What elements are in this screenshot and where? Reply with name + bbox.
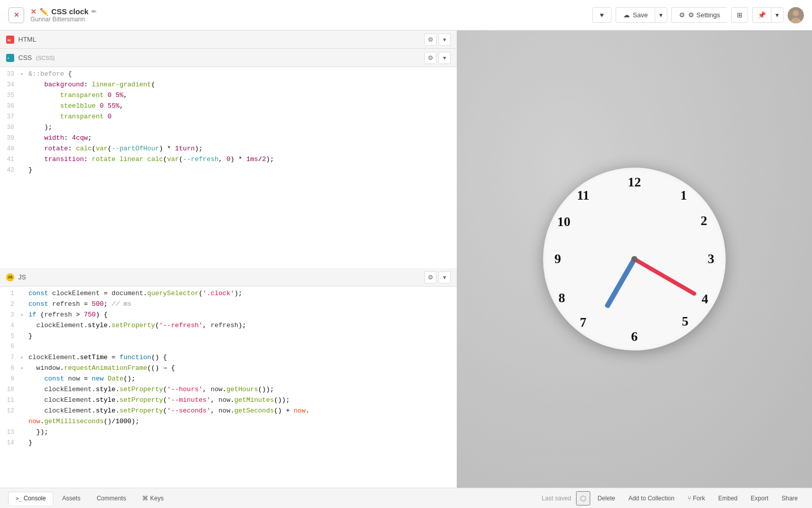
html-panel-header: H HTML ⚙ ▾ <box>0 30 457 49</box>
clock-number-2: 2 <box>696 213 712 229</box>
header: ✕ ✕ ✏️ CSS clock ✏ Gunnar Bittersmann ♥ … <box>0 0 812 30</box>
save-dropdown-button[interactable]: ▾ <box>655 7 667 23</box>
css-line-40: 40 rotate: calc(var(--partOfHour) * 1tur… <box>0 144 457 154</box>
js-line-5: 5 } <box>0 331 457 342</box>
pin-button[interactable]: 📌 <box>752 7 771 23</box>
css-panel-title: CSS <box>18 54 32 61</box>
footer: >_ Console Assets Comments ⌘ Keys Last s… <box>0 488 812 508</box>
clock-number-11: 11 <box>576 188 591 203</box>
footer-tab-assets[interactable]: Assets <box>54 492 88 505</box>
app-logo: ✕ <box>8 7 24 23</box>
js-line-8: 8 ▾ window.requestAnimationFrame(() ⇒ { <box>0 363 457 374</box>
clock-container: 12 1 2 3 4 5 6 7 8 9 10 <box>538 163 731 356</box>
js-icon: JS <box>6 273 14 281</box>
cmd-icon: ⌘ <box>142 495 148 502</box>
heart-button[interactable]: ♥ <box>592 7 612 23</box>
split-view-button[interactable]: ⊞ <box>731 7 748 23</box>
close-icon[interactable]: ✕ <box>30 8 37 16</box>
pin-icon: 📌 <box>758 11 766 19</box>
clock-number-4: 4 <box>697 292 713 307</box>
settings-label: ⚙ Settings <box>688 11 720 19</box>
clock-number-3: 3 <box>703 251 719 267</box>
css-panel: * CSS (SCSS) ⚙ ▾ 33 ▾ &::before { 34 <box>0 49 457 268</box>
fork-button[interactable]: ⑂ Fork <box>682 492 711 504</box>
settings-button-group: ⚙ ⚙ Settings <box>671 7 727 23</box>
svg-point-1 <box>793 10 799 16</box>
js-line-10: 10 clockElement.style.setProperty('--hou… <box>0 385 457 395</box>
css-line-35: 35 transparent 0 5%, <box>0 90 457 101</box>
delete-button[interactable]: Delete <box>591 492 621 504</box>
add-to-collection-button[interactable]: Add to Collection <box>622 492 681 504</box>
html-panel: H HTML ⚙ ▾ <box>0 30 457 49</box>
js-line-1: 1 const clockElement = document.querySel… <box>0 289 457 299</box>
console-icon: >_ <box>16 496 22 501</box>
footer-tab-keys[interactable]: ⌘ Keys <box>134 492 171 505</box>
html-panel-title: HTML <box>18 36 36 43</box>
css-panel-header: * CSS (SCSS) ⚙ ▾ <box>0 49 457 67</box>
last-saved-status: Last saved <box>542 495 571 502</box>
footer-actions: Last saved ⬡ Delete Add to Collection ⑂ … <box>542 491 804 505</box>
share-button[interactable]: Share <box>775 492 804 504</box>
clock-number-9: 9 <box>550 251 565 267</box>
css-line-33: 33 ▾ &::before { <box>0 69 457 80</box>
clock-hour-hand <box>604 258 637 309</box>
save-button[interactable]: ☁ Save <box>616 7 655 23</box>
footer-tab-comments[interactable]: Comments <box>89 492 133 505</box>
embed-button[interactable]: Embed <box>712 492 743 504</box>
css-panel-sublabel: (SCSS) <box>36 55 55 61</box>
css-settings-button[interactable]: ⚙ <box>424 52 436 64</box>
clock-number-7: 7 <box>576 315 591 330</box>
footer-tab-console[interactable]: >_ Console <box>8 492 53 505</box>
js-line-2: 2 const refresh = 500; // ms <box>0 299 457 310</box>
header-actions: ♥ ☁ Save ▾ ⚙ ⚙ Settings ⊞ 📌 ▾ <box>592 7 804 23</box>
external-link-button[interactable]: ⬡ <box>576 491 590 505</box>
js-panel: JS JS ⚙ ▾ 1 const clockElement = documen… <box>0 268 457 488</box>
css-code-area[interactable]: 33 ▾ &::before { 34 background: linear-g… <box>0 67 457 268</box>
settings-button[interactable]: ⚙ ⚙ Settings <box>671 7 727 23</box>
svg-text:H: H <box>8 38 11 43</box>
js-line-7: 7 ▾ clockElement.setTime = function() { <box>0 353 457 363</box>
heart-icon: ♥ <box>600 11 604 19</box>
cloud-icon: ☁ <box>623 11 630 19</box>
main-area: H HTML ⚙ ▾ * CSS (SCSS) ⚙ ▾ <box>0 30 812 488</box>
js-settings-button[interactable]: ⚙ <box>424 271 436 283</box>
js-line-12: 12 clockElement.style.setProperty('--sec… <box>0 406 457 417</box>
clock-center-dot <box>631 256 637 262</box>
js-line-14: 14 } <box>0 438 457 449</box>
css-panel-actions: ⚙ ▾ <box>424 52 451 64</box>
js-panel-header: JS JS ⚙ ▾ <box>0 268 457 287</box>
js-line-6: 6 <box>0 342 457 353</box>
js-line-3: 3 ▾ if (refresh > 750) { <box>0 310 457 321</box>
js-code-area[interactable]: 1 const clockElement = document.querySel… <box>0 287 457 488</box>
css-collapse-button[interactable]: ▾ <box>438 52 451 64</box>
clock-number-12: 12 <box>627 175 642 190</box>
css-line-34: 34 background: linear-gradient( <box>0 80 457 90</box>
clock-minute-hand <box>633 258 697 297</box>
js-line-13: 13 }); <box>0 427 457 438</box>
header-title: ✕ ✏️ CSS clock ✏ <box>30 7 586 16</box>
js-collapse-button[interactable]: ▾ <box>438 271 451 283</box>
svg-text:*: * <box>8 57 9 60</box>
css-line-38: 38 ); <box>0 122 457 133</box>
project-title[interactable]: CSS clock <box>51 7 88 16</box>
split-icon: ⊞ <box>737 11 742 19</box>
pin-button-group: 📌 ▾ <box>752 7 784 23</box>
js-line-4: 4 clockElement.style.setProperty('--refr… <box>0 321 457 331</box>
fork-icon: ⑂ <box>688 495 691 502</box>
html-settings-button[interactable]: ⚙ <box>424 34 436 46</box>
css-line-39: 39 width: 4cqw; <box>0 133 457 144</box>
gear-icon: ⚙ <box>679 11 685 19</box>
edit-icon[interactable]: ✏ <box>91 8 96 15</box>
html-icon: H <box>6 36 14 44</box>
save-label: Save <box>633 11 648 19</box>
css-line-41: 41 transition: rotate linear calc(var(--… <box>0 154 457 165</box>
js-panel-actions: ⚙ ▾ <box>424 271 451 283</box>
html-collapse-button[interactable]: ▾ <box>438 34 451 46</box>
pin-dropdown-button[interactable]: ▾ <box>771 7 784 23</box>
js-line-11: 11 clockElement.style.setProperty('--min… <box>0 395 457 406</box>
css-line-37: 37 transparent 0 <box>0 112 457 122</box>
js-panel-title: JS <box>18 273 26 281</box>
avatar[interactable] <box>788 7 804 23</box>
export-button[interactable]: Export <box>745 492 774 504</box>
clock-face: 12 1 2 3 4 5 6 7 8 9 10 <box>543 168 726 351</box>
